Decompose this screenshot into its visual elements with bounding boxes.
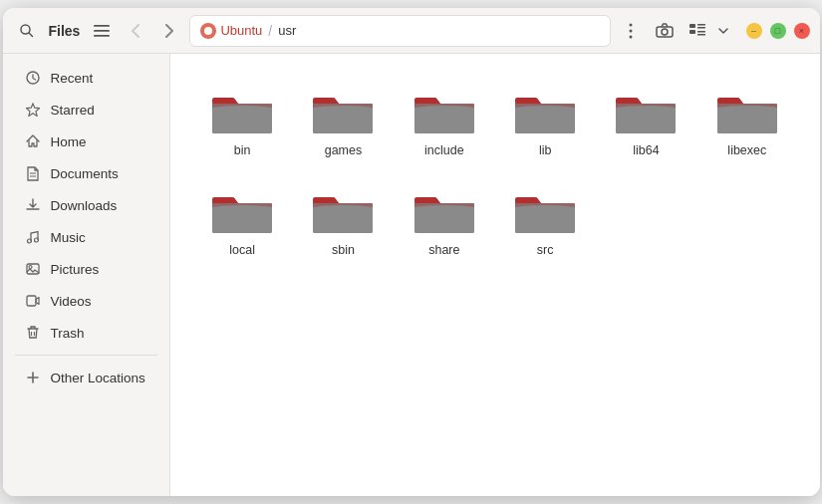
svg-point-22: [34, 238, 38, 242]
grid-view-button[interactable]: [685, 18, 710, 44]
camera-button[interactable]: [651, 17, 679, 45]
svg-rect-2: [94, 25, 110, 27]
sidebar-item-music[interactable]: Music: [9, 222, 163, 252]
location-icon: [200, 23, 216, 39]
back-button[interactable]: [122, 17, 149, 45]
folder-item-sbin[interactable]: sbin: [295, 173, 392, 265]
minimize-icon: –: [751, 26, 756, 36]
sidebar-item-music-label: Music: [51, 230, 86, 245]
svg-rect-3: [94, 30, 110, 32]
folder-icon-share: [412, 183, 476, 237]
folder-label-local: local: [229, 243, 255, 257]
sidebar-item-home-label: Home: [51, 134, 87, 149]
picture-icon: [25, 261, 41, 277]
svg-rect-12: [697, 24, 705, 26]
folder-icon-libexec: [715, 84, 779, 137]
file-manager-window: Files Ubuntu / u: [3, 8, 820, 496]
window-controls: – □ ×: [746, 23, 810, 39]
folder-label-lib64: lib64: [633, 143, 659, 157]
sidebar-item-downloads-label: Downloads: [51, 198, 118, 213]
svg-line-1: [28, 32, 32, 36]
sidebar-item-starred[interactable]: Starred: [9, 95, 163, 125]
sidebar-item-home[interactable]: Home: [9, 126, 163, 156]
hamburger-menu-button[interactable]: [88, 17, 116, 45]
app-title: Files: [49, 23, 81, 39]
breadcrumb-separator: /: [268, 23, 272, 39]
home-icon: [25, 133, 41, 149]
svg-point-10: [662, 29, 668, 35]
sidebar-item-documents[interactable]: Documents: [9, 158, 163, 188]
folder-icon-sbin: [311, 183, 375, 237]
folder-label-libexec: libexec: [727, 143, 766, 157]
sidebar-item-downloads[interactable]: Downloads: [9, 190, 163, 220]
folder-icon-src: [513, 183, 577, 237]
minimize-button[interactable]: –: [746, 23, 762, 39]
folder-icon-lib64: [614, 84, 678, 137]
more-options-button[interactable]: [617, 17, 645, 45]
sidebar: Recent Starred Home: [3, 54, 170, 496]
sidebar-item-other-locations[interactable]: Other Locations: [9, 363, 163, 392]
folder-item-local[interactable]: local: [194, 173, 291, 265]
folder-item-bin[interactable]: bin: [194, 74, 291, 165]
folder-icon-include: [412, 84, 476, 137]
svg-point-24: [29, 266, 32, 269]
breadcrumb-location[interactable]: Ubuntu: [220, 23, 262, 38]
folder-icon-games: [311, 84, 375, 137]
sidebar-item-recent-label: Recent: [51, 71, 94, 86]
folder-item-libexec[interactable]: libexec: [698, 74, 795, 165]
folder-label-games: games: [325, 143, 363, 157]
sidebar-item-other-locations-label: Other Locations: [51, 371, 145, 385]
svg-rect-11: [689, 24, 695, 28]
sidebar-item-trash[interactable]: Trash: [9, 318, 163, 348]
sort-chevron-button[interactable]: [710, 18, 736, 44]
folder-item-share[interactable]: share: [396, 173, 492, 265]
folder-label-sbin: sbin: [332, 243, 355, 257]
clock-icon: [25, 70, 41, 86]
trash-icon: [25, 325, 41, 341]
document-icon: [25, 165, 41, 181]
video-icon: [25, 293, 41, 309]
forward-button[interactable]: [155, 17, 183, 45]
music-icon: [25, 229, 41, 245]
svg-point-8: [629, 35, 632, 38]
folder-item-games[interactable]: games: [295, 74, 392, 165]
star-icon: [25, 102, 41, 118]
sidebar-item-videos-label: Videos: [51, 294, 92, 309]
sidebar-item-pictures[interactable]: Pictures: [9, 254, 163, 284]
maximize-button[interactable]: □: [770, 23, 786, 39]
svg-point-5: [204, 27, 212, 35]
svg-rect-15: [697, 31, 705, 33]
plus-icon: [25, 370, 41, 385]
folder-item-include[interactable]: include: [396, 74, 492, 165]
folder-grid: bin games: [194, 74, 796, 265]
close-button[interactable]: ×: [794, 23, 810, 39]
titlebar: Files Ubuntu / u: [3, 8, 820, 54]
svg-rect-4: [94, 35, 110, 37]
main-area: Recent Starred Home: [3, 54, 820, 496]
sidebar-item-recent[interactable]: Recent: [9, 63, 163, 93]
folder-label-lib: lib: [539, 143, 552, 157]
sidebar-item-starred-label: Starred: [51, 103, 95, 118]
breadcrumb: Ubuntu / usr: [189, 15, 610, 47]
folder-item-src[interactable]: src: [497, 173, 594, 265]
folder-item-lib[interactable]: lib: [497, 74, 594, 165]
svg-point-7: [629, 29, 632, 32]
folder-icon-lib: [513, 84, 577, 137]
view-toggle: [685, 18, 736, 44]
folder-icon-local: [210, 183, 274, 237]
folder-label-share: share: [428, 243, 459, 257]
folder-icon-bin: [210, 84, 274, 137]
sidebar-item-pictures-label: Pictures: [51, 262, 100, 277]
close-icon: ×: [799, 26, 804, 36]
maximize-icon: □: [775, 26, 780, 36]
folder-item-lib64[interactable]: lib64: [598, 74, 694, 165]
titlebar-left: Files: [13, 17, 117, 45]
sidebar-item-videos[interactable]: Videos: [9, 286, 163, 316]
folder-label-include: include: [424, 143, 464, 157]
svg-rect-14: [689, 30, 695, 34]
search-button[interactable]: [13, 17, 41, 45]
breadcrumb-path[interactable]: usr: [278, 23, 296, 38]
download-icon: [25, 197, 41, 213]
sidebar-divider: [15, 355, 157, 356]
folder-label-bin: bin: [234, 143, 251, 157]
